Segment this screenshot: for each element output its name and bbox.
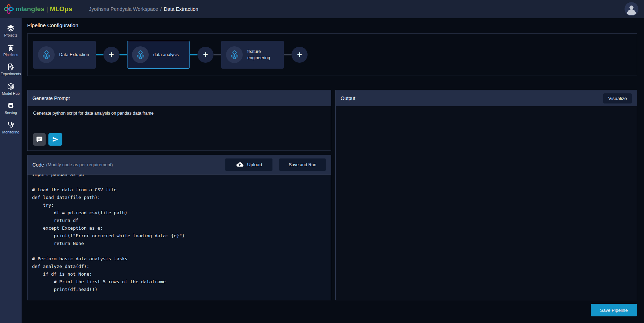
page-title: Pipeline Configuration [27,22,637,29]
experiment-doc-icon [7,63,15,71]
chat-icon [36,136,43,143]
sidebar-item-monitoring[interactable]: Monitoring [0,121,22,135]
breadcrumb: Jyothsna Pendyala Workspace / Data Extra… [89,6,198,12]
sidebar: Projects Pipelines [0,18,22,323]
breadcrumb-separator: / [160,6,162,12]
sidebar-label: Projects [4,33,17,38]
pipeline-stage-strip: Data Extraction + dat [27,33,637,76]
breadcrumb-workspace[interactable]: Jyothsna Pendyala Workspace [89,6,158,12]
upload-label: Upload [247,162,262,167]
server-device-icon [7,102,15,109]
code-panel-header: Code (Modify code as per requirement) Up… [28,155,331,174]
valve-icon [7,44,15,52]
add-stage-button[interactable]: + [292,47,308,63]
stage-label: Data Extraction [59,52,89,58]
stage-hierarchy-icon [38,46,55,63]
sidebar-label: Pipelines [3,53,18,57]
stage-card-data-analysis[interactable]: data analysis [127,41,190,69]
code-editor[interactable]: import pandas as pd # Load the data from… [28,174,331,300]
brand-name: mlangles [15,5,45,13]
code-title: Code [32,162,44,168]
sidebar-item-experiments[interactable]: Experiments [0,62,22,77]
sidebar-label: Monitoring [2,130,19,134]
stage-connector [284,54,292,55]
cloud-upload-icon [236,161,244,169]
stethoscope-icon [7,121,15,129]
stage-connector [214,54,221,55]
save-run-label: Save and Run [289,162,316,167]
stage-hierarchy-icon [132,46,149,63]
code-content[interactable]: import pandas as pd # Load the data from… [28,174,331,293]
main-content: Pipeline Configuration Data Extraction [22,18,644,323]
user-avatar-icon [624,2,638,16]
app-header: mlangles | MLOps Jyothsna Pendyala Works… [0,0,644,18]
stage-label: data analysis [153,52,179,58]
breadcrumb-current-page: Data Extraction [164,6,198,12]
stage-card-feature-engineering[interactable]: feature engineering [221,41,284,69]
mlangles-flower-icon [3,3,14,15]
visualize-button[interactable]: Visualize [603,93,632,103]
save-pipeline-button[interactable]: Save Pipeline [591,304,637,316]
layers-icon [7,24,15,32]
user-avatar[interactable] [624,2,638,16]
generate-prompt-title: Generate Prompt [32,95,70,101]
send-prompt-button[interactable] [48,133,62,146]
generate-prompt-panel: Generate Prompt Generate python script f… [27,90,331,151]
output-panel: Output Visualize [335,90,637,300]
stage-label: feature engineering [247,48,279,61]
code-subtitle: (Modify code as per requirement) [46,162,112,167]
sidebar-item-projects[interactable]: Projects [0,24,22,38]
chat-history-button[interactable] [33,133,46,146]
sidebar-label: Model Hub [2,92,20,96]
stage-connector [119,54,127,55]
sidebar-item-model-hub[interactable]: Model Hub [0,82,22,97]
brand-divider: | [46,5,48,13]
cube-globe-icon [7,83,15,90]
upload-button[interactable]: Upload [225,158,273,171]
prompt-text[interactable]: Generate python script for data analysis… [33,111,325,116]
stage-connector [96,54,103,55]
add-stage-button[interactable]: + [197,47,214,63]
sidebar-label: Experiments [1,72,21,76]
prompt-input-area[interactable]: Generate python script for data analysis… [28,106,331,151]
stage-connector [190,54,197,55]
output-panel-header: Output Visualize [336,90,637,106]
stage-card-data-extraction[interactable]: Data Extraction [33,41,96,69]
sidebar-item-pipelines[interactable]: Pipelines [0,43,22,58]
add-stage-button[interactable]: + [103,47,119,63]
sidebar-label: Serving [5,111,17,115]
brand-suffix: MLOps [50,5,72,13]
send-icon [52,136,59,143]
stage-hierarchy-icon [226,46,243,63]
output-title: Output [341,95,355,101]
code-panel: Code (Modify code as per requirement) Up… [27,155,331,300]
save-and-run-button[interactable]: Save and Run [279,158,326,171]
brand-logo[interactable]: mlangles | MLOps [3,3,72,15]
sidebar-item-serving[interactable]: Serving [0,101,22,116]
output-content-area [336,106,637,300]
app-root: mlangles | MLOps Jyothsna Pendyala Works… [0,0,644,323]
generate-prompt-header: Generate Prompt [28,90,331,106]
